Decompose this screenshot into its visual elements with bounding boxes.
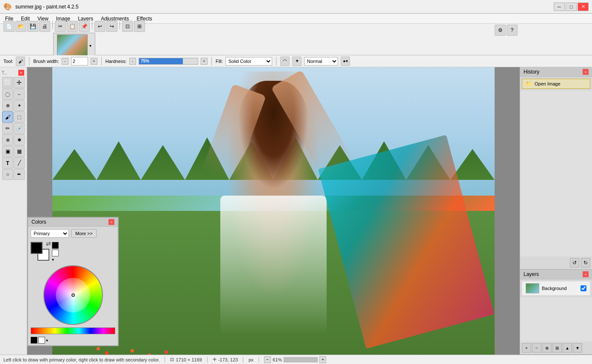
color-swatches-section: ⇄ ▾ <box>28 240 118 264</box>
history-item-label: Open Image <box>535 81 561 86</box>
duplicate-layer-button[interactable]: ⊕ <box>542 343 552 353</box>
pencil-tool[interactable]: ✏ <box>2 123 13 134</box>
color-palette-bar[interactable] <box>31 327 115 334</box>
hardness-label: Hardness: <box>105 59 127 64</box>
toolbar-redo[interactable]: ↪ <box>106 21 117 32</box>
more-colors-dropdown[interactable]: ▾ <box>52 257 59 262</box>
paint-brush-tool[interactable]: 🖌 <box>2 111 13 122</box>
toolbar-resize[interactable]: ⊞ <box>134 21 145 32</box>
tool-row-8: T ╱ <box>2 157 25 168</box>
colors-primary-secondary-dropdown[interactable]: Primary Secondary <box>31 229 69 238</box>
image-tab[interactable]: ▾ <box>53 33 95 58</box>
colors-panel: Colors × Primary Secondary More >> ⇄ ▾ <box>27 217 119 346</box>
colors-close-button[interactable]: × <box>108 219 114 225</box>
brush-width-label: Brush width: <box>33 59 59 64</box>
shapes-tool[interactable]: ○ <box>2 169 13 180</box>
recent-color-white[interactable] <box>38 337 45 344</box>
layers-actions: + − ⊕ ⊞ ▲ ▼ <box>520 341 592 354</box>
maximize-button[interactable]: □ <box>566 3 577 11</box>
move-tool[interactable]: ✛ <box>14 77 25 88</box>
move-layer-up-button[interactable]: ▲ <box>563 343 572 353</box>
add-layer-button[interactable]: + <box>522 343 531 353</box>
zoom-slider[interactable] <box>284 357 318 362</box>
toolbar-print[interactable]: 🖨 <box>39 21 50 32</box>
primary-color-swatch[interactable] <box>31 242 43 254</box>
color-wheel[interactable] <box>43 265 103 325</box>
minimize-button[interactable]: ─ <box>554 3 565 11</box>
toolbar-save[interactable]: 💾 <box>27 21 38 32</box>
zoom-out-button[interactable]: − <box>264 356 271 363</box>
swap-colors-icon[interactable]: ⇄ <box>46 240 51 247</box>
zoom-section: − 61% + <box>264 356 326 363</box>
blend-mode-options[interactable]: ●▾ <box>341 57 350 66</box>
recent-color-black[interactable] <box>31 337 37 344</box>
main-layout: T... × ⬜ ✛ ◌ ↔ ⊕ ✦ 🖌 ⬚ ✏ 💉 ⊕ ✱ ▣ <box>0 67 592 355</box>
fill-dropdown[interactable]: Solid Color <box>225 57 272 65</box>
toolbar-paste[interactable]: 📌 <box>79 21 90 32</box>
brush-width-input[interactable] <box>71 57 88 65</box>
blend-mode-dropdown[interactable]: Normal <box>304 57 338 65</box>
colors-controls: Primary Secondary More >> <box>28 227 118 240</box>
freeform-shapes-tool[interactable]: ✒ <box>14 169 25 180</box>
toolbar-help[interactable]: ? <box>507 25 518 36</box>
image-dimensions: 1710 × 1169 <box>176 357 202 362</box>
history-redo-button[interactable]: ↻ <box>581 258 590 267</box>
tool-row-5: ✏ 💉 <box>2 123 25 134</box>
reset-primary-swatch[interactable] <box>52 242 59 249</box>
close-button[interactable]: ✕ <box>578 3 589 11</box>
clone-stamp-tool[interactable]: ⊕ <box>2 134 13 145</box>
magic-wand-tool[interactable]: ✦ <box>14 100 25 111</box>
eraser-tool[interactable]: ⬚ <box>14 111 25 122</box>
active-tool-indicator[interactable]: 🖌 <box>16 57 25 66</box>
line-tool[interactable]: ╱ <box>14 157 25 168</box>
tools-panel-header: T... × <box>0 69 27 77</box>
fill-tool[interactable]: ▣ <box>2 146 13 157</box>
lasso-tool[interactable]: ◌ <box>2 88 13 100</box>
toolbar-new[interactable]: 📄 <box>3 21 14 32</box>
toolbar-copy[interactable]: 📋 <box>67 21 78 32</box>
layer-item-background[interactable]: Background <box>522 281 590 296</box>
antialiasing-toggle[interactable]: ◠ <box>280 57 290 66</box>
colors-more-button[interactable]: More >> <box>71 229 97 238</box>
hardness-bar[interactable]: 75% <box>139 58 198 65</box>
reset-secondary-swatch[interactable] <box>52 250 59 256</box>
move-selection-tool[interactable]: ↔ <box>14 88 25 100</box>
text-tool[interactable]: T <box>2 157 13 168</box>
move-layer-down-button[interactable]: ▼ <box>573 343 582 353</box>
hardness-increase[interactable]: + <box>201 58 208 65</box>
toolbar-crop[interactable]: ⊡ <box>122 21 133 32</box>
app-title: summer.jpg - paint.net 4.2.5 <box>15 4 79 10</box>
dimensions-icon: ⊡ <box>170 357 174 362</box>
brush-style[interactable]: ✦ <box>292 57 302 66</box>
zoom-tool[interactable]: ⊕ <box>2 100 13 111</box>
toolbar-undo[interactable]: ↩ <box>94 21 105 32</box>
brush-width-increase[interactable]: + <box>91 58 97 65</box>
recent-colors-dropdown[interactable]: ▾ <box>46 338 48 343</box>
layer-thumbnail <box>526 283 539 293</box>
recolor-tool[interactable]: ✱ <box>14 134 25 145</box>
toolbar-open[interactable]: 📂 <box>15 21 26 32</box>
hardness-decrease[interactable]: - <box>129 58 136 65</box>
gradient-tool[interactable]: ▦ <box>14 146 25 157</box>
layer-visibility-checkbox[interactable] <box>581 285 586 291</box>
tools-close-button[interactable]: × <box>18 70 24 76</box>
layers-panel-content: Background <box>520 279 592 297</box>
color-picker-tool[interactable]: 💉 <box>14 123 25 134</box>
merge-down-button[interactable]: ⊞ <box>552 343 562 353</box>
zoom-in-button[interactable]: + <box>319 356 326 363</box>
history-undo-button[interactable]: ↺ <box>570 258 579 267</box>
tools-label: T... <box>2 71 7 75</box>
toolbar-cut[interactable]: ✂ <box>55 21 66 32</box>
delete-layer-button[interactable]: − <box>532 343 541 353</box>
layers-close-button[interactable]: × <box>583 271 589 277</box>
cursor-coordinates-section: ✛ -173, 123 <box>213 357 238 362</box>
history-item-open[interactable]: 📁 Open Image <box>522 79 590 89</box>
history-close-button[interactable]: × <box>583 69 589 75</box>
toolbar-settings[interactable]: ⚙ <box>495 25 506 36</box>
layers-panel-header: Layers × <box>520 270 592 279</box>
rectangle-select-tool[interactable]: ⬜ <box>2 77 13 88</box>
recent-colors: ▾ <box>28 335 118 345</box>
history-actions: ↺ ↻ <box>520 256 592 269</box>
tab-arrow[interactable]: ▾ <box>89 43 91 48</box>
brush-width-decrease[interactable]: - <box>62 58 68 65</box>
